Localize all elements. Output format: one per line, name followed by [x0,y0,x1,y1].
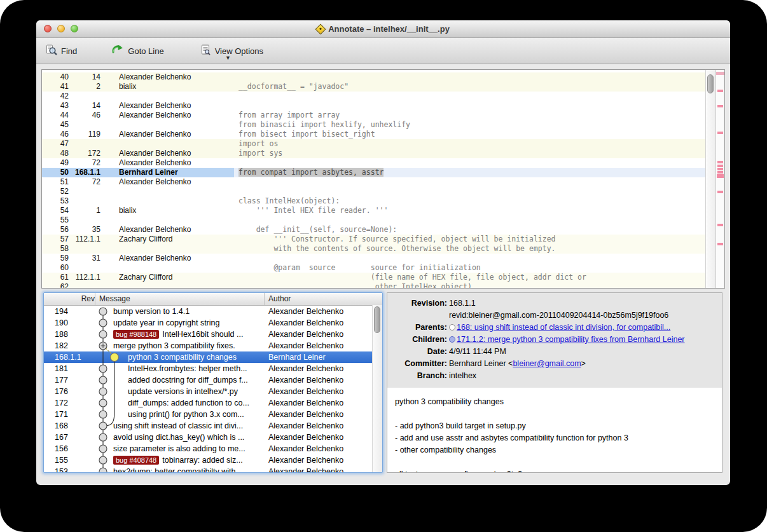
annotate-line[interactable]: 58 with the contents of source. Otherwis… [42,244,705,254]
log-author: Alexander Belchenko [265,420,373,432]
log-scrollbar-thumb[interactable] [374,306,380,333]
annotate-line[interactable]: 50168.1.1Bernhard Leinerfrom compat impo… [42,168,705,177]
annotate-lno: 44 [42,111,69,120]
annotate-line[interactable]: 57112.1.1Zachary Clifford ''' Constructo… [42,235,705,244]
annotate-line[interactable]: 45from binascii import hexlify, unhexlif… [42,120,705,130]
annotate-line[interactable]: 4972Alexander Belchenko [42,158,705,168]
annotate-line[interactable]: 5172Alexander Belchenko [42,177,705,187]
code-line: ''' Intel HEX file reader. ''' [234,206,705,215]
traffic-lights [44,25,78,32]
annotate-line[interactable]: 412bialix__docformat__ = "javadoc" [42,82,705,92]
annotate-line[interactable]: 5931Alexander Belchenko [42,254,705,263]
log-row[interactable]: 190update year in copyright stringAlexan… [44,317,382,329]
annotate-line[interactable]: 42 [42,92,705,101]
annotate-scrollbar-thumb[interactable] [707,74,714,93]
log-message: merge python 3 compatibility fixes. [95,340,265,351]
close-button[interactable] [44,25,52,32]
annotate-line[interactable]: 4314Alexander Belchenko [42,101,705,111]
field-branch: Branch: intelhex [390,370,717,382]
child-revision-link[interactable]: 171.1.2: merge python 3 compatibility fi… [457,335,685,344]
annotate-line[interactable]: 52 [42,187,705,196]
branch-label: Branch: [390,370,447,382]
log-rev: 168.1.1 [44,351,95,363]
annotate-rev: 172 [69,149,100,158]
log-message: update versions in intelhex/*.py [95,386,265,397]
log-author: Alexander Belchenko [265,374,373,386]
code-line [234,101,705,111]
log-row[interactable]: 155bug #408748tobinarray: added siz...Al… [44,454,382,466]
find-icon [45,44,57,58]
minimize-button[interactable] [57,25,65,32]
annotate-lno: 45 [42,120,69,130]
log-rev: 168 [44,420,95,432]
annotate-rev: 46 [69,111,100,120]
log-row[interactable]: 171using print() for python 3.x com...Al… [44,409,382,420]
log-row[interactable]: 188bug #988148IntelHex16bit should ...Al… [44,329,382,340]
log-message: bug #408748tobinarray: added siz... [95,454,265,466]
log-header-rev[interactable]: Rev [44,293,95,305]
view-options-label: View Options [215,46,263,56]
annotate-line[interactable]: 46119Alexander Belchenkofrom bisect impo… [42,130,705,139]
annotate-line[interactable]: 47import os [42,139,705,149]
goto-line-button[interactable]: Goto Line [107,41,167,60]
revid-value: revid:bleiner@gmail.com-20110409204414-0… [447,310,717,322]
committer-label: Committer: [390,358,447,370]
committer-email-link[interactable]: bleiner@gmail.com [513,359,581,368]
log-rev: 167 [44,432,95,443]
annotate-lno: 41 [42,82,69,92]
parent-revision-link[interactable]: 168: using shift instead of classic int … [457,323,670,332]
annotate-rev: 168.1.1 [69,168,100,177]
zoom-button[interactable] [71,25,78,32]
title-bar[interactable]: Annotate – intelhex/__init__.py [36,20,730,38]
log-header-message[interactable]: Message [95,293,265,305]
log-rev: 188 [44,329,95,340]
annotate-lno: 53 [42,196,69,206]
toolbar-overflow-arrow[interactable]: ▼ [225,55,231,61]
annotation-mark [717,224,723,226]
branch-value: intelhex [447,370,717,382]
find-button[interactable]: Find [41,41,81,60]
log-row[interactable]: 194bump version to 1.4.1Alexander Belche… [44,306,382,317]
view-options-button[interactable]: View Options [196,41,267,60]
annotate-lno: 58 [42,244,69,254]
code-line: from array import array [234,111,705,120]
log-row[interactable]: 167avoid using dict.has_key() which is .… [44,432,382,443]
annotate-line[interactable]: 5635Alexander Belchenko def __init__(sel… [42,225,705,235]
log-row[interactable]: 172diff_dumps: added function to co...Al… [44,397,382,409]
annotate-auth: Alexander Belchenko [100,130,234,139]
annotate-lno: 61 [42,273,69,282]
annotate-lno: 46 [42,130,69,139]
code-line: __docformat__ = "javadoc" [234,82,705,92]
commit-message: python 3 compatibility changes - add pyt… [387,388,722,473]
log-header-author[interactable]: Author [265,293,382,305]
annotate-line[interactable]: 55 [42,215,705,225]
annotation-mark [717,168,723,170]
log-row[interactable]: 176update versions in intelhex/*.pyAlexa… [44,386,382,397]
bug-badge: bug #988148 [113,330,159,339]
annotate-line[interactable]: 4014Alexander Belchenko [42,72,705,82]
log-row[interactable]: 156size parameter is also adding to me..… [44,443,382,454]
log-row[interactable]: 182merge python 3 compatibility fixes.Al… [44,340,382,351]
annotate-line[interactable]: 48172Alexander Belchenkoimport sys [42,149,705,158]
code-line [234,72,705,82]
annotate-line[interactable]: 60 @param source source for initializati… [42,263,705,273]
annotate-scrollbar[interactable] [705,70,715,288]
annotate-line[interactable]: 541bialix ''' Intel HEX file reader. ''' [42,206,705,215]
annotation-mark [717,165,723,167]
code-line: other IntelHex object) [234,282,705,288]
log-row[interactable]: 153hex2dump: better compatibilty with...… [44,466,382,473]
annotate-line[interactable]: 62 other IntelHex object) [42,282,705,288]
log-row[interactable]: 177added docstring for diff_dumps f...Al… [44,374,382,386]
log-row[interactable]: 168.1.1python 3 compatibility changesBer… [44,351,382,363]
annotate-line[interactable]: 53class IntelHex(object): [42,196,705,206]
log-row[interactable]: 168using shift instead of classic int di… [44,420,382,432]
log-scrollbar[interactable] [372,305,382,472]
log-row[interactable]: 181IntelHex.frombytes: helper meth...Ale… [44,363,382,374]
log-message: hex2dump: better compatibilty with... [95,466,265,473]
annotate-lno: 51 [42,177,69,187]
code-line: with the contents of source. Otherwise t… [234,244,705,254]
annotate-rev: 72 [69,177,100,187]
annotate-line[interactable]: 4446Alexander Belchenkofrom array import… [42,111,705,120]
annotate-line[interactable]: 61112.1.1Zachary Clifford (file name of … [42,273,705,282]
log-message: using print() for python 3.x com... [95,409,265,420]
